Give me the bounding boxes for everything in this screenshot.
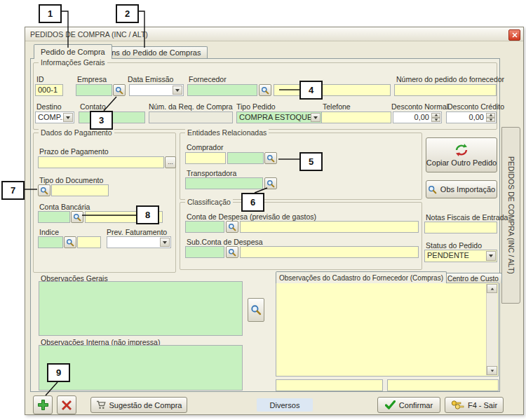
group-dados-pagamento: Dados do Pagamento Prazo de Pagamento ..… xyxy=(33,133,176,273)
indice-nome-field[interactable] xyxy=(77,236,101,248)
scroll-up-icon[interactable] xyxy=(487,284,497,293)
data-emissao-dropdown[interactable] xyxy=(129,84,184,96)
indice-label: Indice xyxy=(39,228,59,236)
window-titlebar[interactable]: PEDIDOS DE COMPRA (INC / ALT) xyxy=(25,27,523,41)
prazo-pagamento-field[interactable] xyxy=(38,156,164,168)
num-pedido-fornecedor-field[interactable] xyxy=(394,84,497,96)
status-pedido-label: Status do Pedido xyxy=(426,241,482,250)
app-window: PEDIDOS DE COMPRA (INC / ALT) Pedido de … xyxy=(25,27,524,415)
f4-sair-button[interactable]: F4 - Sair xyxy=(445,397,504,413)
tab-obs-cadastro-fornecedor[interactable]: Observações do Cadastro do Fornecedor (C… xyxy=(276,271,447,283)
data-emissao-label: Data Emissão xyxy=(128,75,173,83)
obs-fornecedor-textarea[interactable] xyxy=(276,283,499,377)
tab-centro-de-custo[interactable]: Centro de Custo xyxy=(444,273,502,283)
search-icon xyxy=(267,154,275,163)
sub-conta-despesa-lookup-button[interactable] xyxy=(226,246,238,258)
conta-bancaria-field[interactable] xyxy=(38,211,70,223)
callout-number: 6 xyxy=(250,197,255,208)
callout-number: 3 xyxy=(99,115,104,126)
callout-number: 7 xyxy=(11,185,15,196)
comprador-codigo-field[interactable] xyxy=(227,152,264,164)
callout-6: 6 xyxy=(241,193,264,212)
callout-1: 1 xyxy=(39,4,62,23)
prev-faturamento-dropdown[interactable] xyxy=(107,236,171,248)
desconto-normal-spinner[interactable]: 0,00 xyxy=(393,111,442,123)
sub-conta-despesa-field[interactable] xyxy=(185,246,224,258)
add-button[interactable] xyxy=(33,395,53,414)
conta-despesa-nome-field[interactable] xyxy=(240,221,419,233)
button-label: Sugestão de Compra xyxy=(109,401,182,409)
tab-itens-do-pedido[interactable]: Itens do Pedido de Compras xyxy=(96,46,208,58)
close-button[interactable] xyxy=(508,29,520,41)
comprador-label: Comprador xyxy=(187,143,224,151)
callout-number: 9 xyxy=(56,367,61,378)
conta-despesa-field[interactable] xyxy=(185,221,224,233)
status-pedido-dropdown[interactable]: PENDENTE xyxy=(424,250,497,262)
indice-lookup-button[interactable] xyxy=(64,236,76,248)
scroll-down-icon[interactable] xyxy=(487,366,497,375)
transportadora-field[interactable] xyxy=(185,177,263,189)
group-title: Classificação xyxy=(185,198,233,206)
notas-fiscais-field[interactable] xyxy=(424,222,497,233)
plus-icon xyxy=(37,399,49,411)
callout-number: 4 xyxy=(309,85,313,95)
fornecedor-lookup-button[interactable] xyxy=(259,84,271,96)
callout-5: 5 xyxy=(299,152,323,171)
transportadora-lookup-button[interactable] xyxy=(264,177,277,189)
search-icon xyxy=(228,248,236,257)
diversos-button[interactable]: Diversos xyxy=(257,398,313,412)
tipo-documento-field[interactable] xyxy=(51,184,109,196)
indice-field[interactable] xyxy=(38,236,63,248)
status-pedido-value: PENDENTE xyxy=(427,251,469,259)
desconto-credito-spinner[interactable]: 0,00 xyxy=(446,111,497,123)
obs-gerais-textarea[interactable] xyxy=(39,281,243,336)
x-icon xyxy=(61,400,72,411)
group-classificacao: Classificação Conta de Despesa (previsão… xyxy=(180,202,422,270)
destino-dropdown[interactable]: COMP... xyxy=(35,111,74,123)
tab-label: Pedido de Compra xyxy=(41,48,105,56)
obs-gerais-lookup-button[interactable] xyxy=(248,298,264,322)
confirmar-button[interactable]: Confirmar xyxy=(377,397,440,413)
tipo-pedido-dropdown[interactable]: COMPRA ESTOQUE xyxy=(236,111,322,123)
sub-conta-despesa-nome-field[interactable] xyxy=(240,246,419,258)
chevron-down-icon[interactable] xyxy=(63,113,73,122)
conta-despesa-lookup-button[interactable] xyxy=(226,221,238,233)
conta-bancaria-lookup-button[interactable] xyxy=(71,211,83,223)
fornecedor-extra-field-1[interactable] xyxy=(276,379,383,391)
search-icon xyxy=(66,238,74,247)
chevron-down-icon[interactable] xyxy=(486,251,496,261)
comprador-lookup-button[interactable] xyxy=(264,152,277,164)
prazo-pagamento-ellipsis-button[interactable]: ... xyxy=(165,156,176,168)
tipo-documento-lookup-button[interactable] xyxy=(38,184,50,196)
empresa-field[interactable] xyxy=(76,84,112,96)
spinner-buttons[interactable] xyxy=(431,113,440,122)
tipo-documento-label: Tipo do Documento xyxy=(39,176,103,184)
spinner-down-icon[interactable] xyxy=(431,118,440,123)
cancel-button[interactable] xyxy=(57,395,76,414)
button-label: Diversos xyxy=(270,401,300,409)
id-field[interactable]: 000-1 xyxy=(35,84,63,96)
search-icon xyxy=(40,187,48,195)
empresa-lookup-button[interactable] xyxy=(113,84,126,96)
ellipsis-icon: ... xyxy=(168,161,173,164)
chevron-down-icon[interactable] xyxy=(173,86,182,95)
scrollbar[interactable] xyxy=(486,284,497,375)
callout-9: 9 xyxy=(47,363,70,382)
search-icon xyxy=(428,185,437,194)
copiar-outro-pedido-button[interactable]: Copiar Outro Pedido xyxy=(426,137,497,172)
obs-importacao-button[interactable]: Obs Importação xyxy=(426,180,497,198)
num-pedido-fornecedor-label: Número do pedido do fornecedor xyxy=(396,75,504,83)
chevron-down-icon[interactable] xyxy=(160,238,170,247)
num-req-compra-field[interactable] xyxy=(149,111,233,123)
comprador-field[interactable] xyxy=(185,152,226,164)
fornecedor-extra-field-2[interactable] xyxy=(387,379,499,391)
spinner-down-icon[interactable] xyxy=(486,118,495,123)
chevron-down-icon[interactable] xyxy=(311,113,321,122)
tab-pedido-de-compra[interactable]: Pedido de Compra xyxy=(34,44,112,59)
fornecedor-label: Fornecedor xyxy=(189,75,227,83)
telefone-field[interactable] xyxy=(321,111,391,123)
spinner-buttons[interactable] xyxy=(486,113,495,122)
fornecedor-field[interactable] xyxy=(187,84,257,96)
fornecedor-nome-field[interactable] xyxy=(274,84,391,96)
sugestao-compra-button[interactable]: Sugestão de Compra xyxy=(90,397,187,413)
